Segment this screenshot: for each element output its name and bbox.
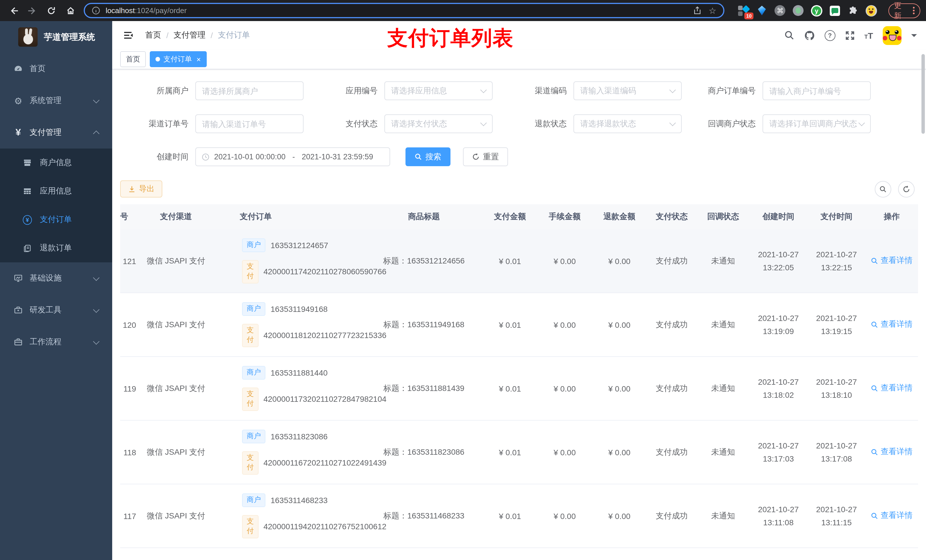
col-id: 编号 [120,204,138,229]
puzzle-icon[interactable] [847,5,859,16]
sidebar-item-pay[interactable]: ¥ 支付管理 [0,117,112,148]
browser-menu-icon[interactable] [913,7,915,14]
pay-status-select[interactable]: 请选择支付状态 [384,115,493,133]
chat-icon[interactable] [829,5,841,16]
reload-icon[interactable] [44,3,59,18]
filter-label: 商户订单编号 [687,86,763,96]
document-icon [23,244,32,252]
page-title: 支付订单列表 [387,24,514,52]
close-icon[interactable]: × [197,56,201,63]
font-size-icon[interactable]: TT [864,31,873,39]
sidebar-item-system[interactable]: ⚙ 系统管理 [0,85,112,117]
bookmark-star-icon[interactable]: ☆ [709,6,716,15]
paid-time: 2021-10-2713:17:08 [808,420,865,484]
filter-app-id: 应用编号 请选择应用信息 [309,82,493,100]
extension-count-badge: 10 [744,12,754,19]
table-icon [23,187,32,196]
merchant-order-no-input[interactable] [763,82,871,100]
view-detail-link[interactable]: 查看详情 [871,511,912,521]
app-logo[interactable]: 芋道管理系统 [0,21,112,53]
table-row: 118 微信 JSAPI 支付 商户 1635311823086 支付 4200… [120,420,918,484]
chevron-down-icon [93,306,100,313]
view-detail-link[interactable]: 查看详情 [871,256,912,266]
app-id-select[interactable]: 请选择应用信息 [384,82,493,100]
breadcrumb-pay[interactable]: 支付管理 [174,30,206,41]
sidebar-item-workflow[interactable]: 工作流程 [0,326,112,358]
table-row: 119 微信 JSAPI 支付 商户 1635311881440 支付 4200… [120,356,918,420]
github-icon[interactable] [804,30,815,41]
share-icon[interactable] [693,6,702,15]
fullscreen-icon[interactable] [845,30,855,40]
sidebar-item-infra[interactable]: 基础设施 [0,263,112,294]
fee-amount: ¥ 0.00 [537,229,592,293]
pay-status: 支付成功 [647,229,697,293]
reset-button[interactable]: 重置 [463,147,508,166]
back-icon[interactable] [6,3,21,18]
sidebar-item-home[interactable]: 首页 [0,53,112,85]
chevron-down-icon [669,119,676,126]
search-icon[interactable] [784,30,794,41]
refund-status-select[interactable]: 请选择退款状态 [573,115,682,133]
date-range-picker[interactable]: 2021-10-01 00:00:00 - 2021-10-31 23:59:5… [195,147,390,166]
filter-pay-status: 支付状态 请选择支付状态 [309,115,493,133]
forward-icon[interactable] [25,3,41,18]
shop-icon [23,158,32,167]
view-detail-link[interactable]: 查看详情 [871,383,912,394]
scrollbar-thumb[interactable] [921,54,925,134]
merchant-input[interactable] [195,82,304,100]
channel-order-no-input[interactable] [195,115,304,133]
order-id: 121 [120,229,138,293]
tab-label: 支付订单 [163,54,192,64]
sidebar-item-refund-order[interactable]: 退款订单 [0,234,112,263]
browser-update-button[interactable]: 更新 [888,3,920,18]
created-time: 2021-10-2713:18:02 [749,356,807,420]
sidebar-item-label: 退款订单 [40,243,72,253]
notify-status: 未通知 [697,356,749,420]
gear-icon: ⚙ [14,95,23,106]
site-info-icon[interactable] [92,6,100,15]
collapse-sidebar-icon[interactable] [124,31,134,40]
view-detail-link[interactable]: 查看详情 [871,447,912,457]
fee-amount: ¥ 0.00 [537,420,592,484]
monitor-icon [14,274,23,283]
export-button[interactable]: 导出 [120,180,162,198]
tab-pay-order[interactable]: 支付订单 × [150,51,206,67]
sidebar-item-label: 支付管理 [30,127,94,138]
url-bar[interactable]: localhost:1024/pay/order ☆ [84,3,725,18]
order-id: 120 [120,293,138,356]
channel-code-select[interactable]: 请输入渠道编码 [573,82,682,100]
search-button[interactable]: 搜索 [406,147,451,166]
paid-time: 2021-10-2713:11:15 [808,484,865,548]
extensions-badge-icon[interactable]: 10 [738,5,749,16]
refresh-icon[interactable] [898,181,915,197]
notify-status-select[interactable]: 请选择订单回调商户状态 [763,115,871,133]
chevron-down-icon [480,86,487,93]
created-time: 2021-10-2713:17:03 [749,420,807,484]
toggle-search-icon[interactable] [875,181,891,197]
gem-icon[interactable] [756,5,768,16]
refund-amount: ¥ 0.00 [592,420,647,484]
sidebar-item-devtools[interactable]: 研发工具 [0,294,112,326]
sidebar-item-pay-order[interactable]: ¥ 支付订单 [0,205,112,234]
avatar[interactable] [883,26,902,45]
fee-amount: ¥ 0.00 [537,293,592,356]
y-circle-icon[interactable]: y [811,5,822,16]
pay-amount: ¥ 0.01 [483,293,537,356]
tab-home[interactable]: 首页 [120,51,146,67]
command-icon[interactable]: ⌘ [775,5,786,16]
pay-order-cell: 商户 1635311949168 支付 42000011812021102777… [216,302,363,347]
filter-label: 应用编号 [309,86,384,96]
merchant-tag: 商户 [242,302,265,316]
order-id: 118 [120,420,138,484]
sidebar-item-merchant-info[interactable]: 商户信息 [0,148,112,177]
view-detail-link[interactable]: 查看详情 [871,320,912,330]
breadcrumb-home[interactable]: 首页 [145,30,161,41]
sidebar-item-app-info[interactable]: 应用信息 [0,177,112,205]
pay-order-no: 4200001173202110272847982104 [263,395,386,404]
caret-down-icon[interactable] [911,34,917,39]
help-icon[interactable]: ? [825,30,835,41]
smiley-icon[interactable] [865,5,877,16]
paid-time: 2021-10-2713:18:10 [808,356,865,420]
record-icon[interactable] [793,5,804,16]
home-icon[interactable] [63,3,78,18]
